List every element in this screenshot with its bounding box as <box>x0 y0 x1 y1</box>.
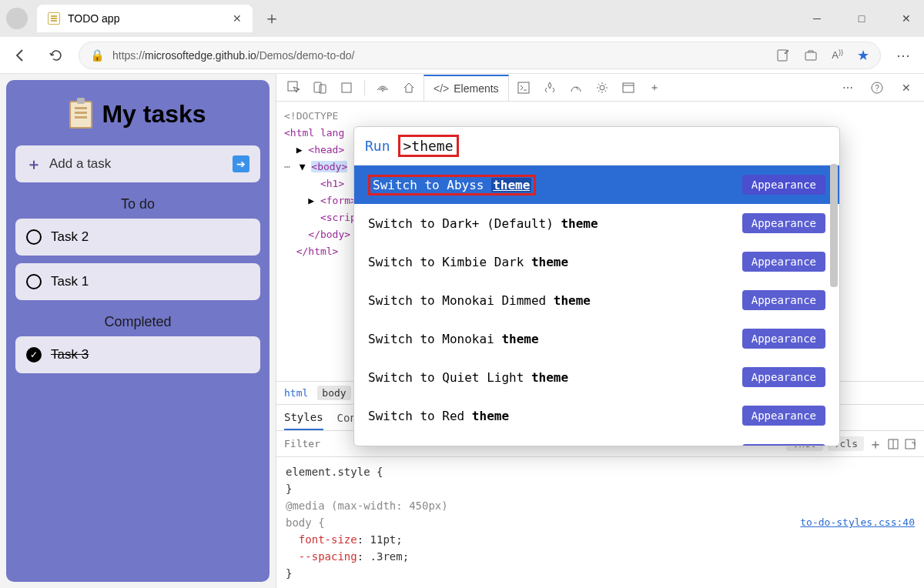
svg-point-8 <box>600 85 604 90</box>
appearance-badge: Appearance <box>742 213 825 233</box>
performance-tab-icon[interactable] <box>564 77 588 99</box>
submit-arrow-icon[interactable]: ➔ <box>233 155 249 172</box>
palette-item[interactable]: Switch to Monokai themeAppearance <box>354 319 839 358</box>
task-checkbox[interactable] <box>26 229 42 245</box>
appearance-badge: Appearance <box>742 175 825 195</box>
home-icon[interactable] <box>397 77 420 99</box>
new-style-rule-icon[interactable]: ＋ <box>869 435 882 453</box>
back-button[interactable] <box>8 42 34 68</box>
favorite-star-icon[interactable]: ★ <box>857 47 869 64</box>
todo-app-pane: My tasks ＋ Add a task ➔ To do Task 2 Tas… <box>0 74 276 588</box>
browser-titlebar: TODO app ✕ ＋ ─ □ ✕ <box>0 0 924 37</box>
inspect-element-icon[interactable] <box>283 77 306 99</box>
browser-tab[interactable]: TODO app ✕ <box>37 5 253 32</box>
device-emulation-icon[interactable] <box>309 77 332 99</box>
more-tabs-button[interactable]: ＋ <box>643 77 666 99</box>
palette-input[interactable]: >theme <box>403 138 454 154</box>
devtools-more-icon[interactable]: ⋯ <box>836 77 859 99</box>
maximize-button[interactable]: □ <box>850 12 873 25</box>
query-highlight-box: >theme <box>398 135 459 157</box>
close-tab-icon[interactable]: ✕ <box>233 12 242 25</box>
minimize-button[interactable]: ─ <box>805 12 829 25</box>
settings-gear-icon[interactable] <box>591 77 614 99</box>
refresh-button[interactable] <box>43 42 69 68</box>
tab-title: TODO app <box>68 12 119 25</box>
appearance-badge: Appearance <box>742 252 825 272</box>
palette-item[interactable]: Switch to Monokai Dimmed themeAppearance <box>354 281 839 319</box>
styles-pane[interactable]: element.style { } @media (max-width: 450… <box>276 456 924 588</box>
new-tab-button[interactable]: ＋ <box>263 7 280 30</box>
palette-item[interactable]: Switch to Abyss themeAppearance <box>354 165 839 204</box>
application-tab-icon[interactable] <box>617 77 640 99</box>
devtools-panel: </> Elements ＋ ⋯ ? ✕ <!DOCTYPE <html lan… <box>276 74 924 588</box>
code-icon: </> <box>434 82 449 95</box>
toggle-layout-icon[interactable] <box>904 438 916 450</box>
breadcrumb-item[interactable]: body <box>317 386 350 400</box>
more-menu-button[interactable]: ⋯ <box>890 42 916 68</box>
window-controls: ─ □ ✕ <box>805 12 918 25</box>
run-label: Run <box>365 138 390 154</box>
palette-item[interactable]: Switch to Kimbie Dark themeAppearance <box>354 242 839 281</box>
svg-rect-7 <box>518 82 529 93</box>
toggle-sidebar-icon[interactable] <box>887 438 899 450</box>
tab-favicon <box>48 12 60 25</box>
svg-point-6 <box>382 90 383 92</box>
url-text: https://microsoftedge.github.io/Demos/de… <box>112 49 354 62</box>
lock-icon: 🔒 <box>90 48 105 62</box>
appearance-badge: Appearance <box>742 290 825 310</box>
close-devtools-icon[interactable]: ✕ <box>895 77 918 99</box>
styles-tab[interactable]: Styles <box>284 405 323 430</box>
task-checkbox[interactable] <box>26 274 42 289</box>
todo-section-header: To do <box>15 196 260 212</box>
devtools-tab-strip: </> Elements ＋ ⋯ ? ✕ <box>276 74 924 102</box>
edit-page-icon[interactable] <box>776 48 790 62</box>
appearance-badge: Appearance <box>742 406 825 426</box>
palette-item[interactable]: Switch to Dark+ (Default) themeAppearanc… <box>354 204 839 242</box>
palette-item[interactable]: Switch to Solarized Dark themeAppearance <box>354 435 839 446</box>
command-palette: Run >theme Switch to Abyss themeAppearan… <box>353 126 840 446</box>
read-aloud-icon[interactable]: A)) <box>832 48 843 61</box>
palette-results: Switch to Abyss themeAppearanceSwitch to… <box>354 165 839 446</box>
add-task-button[interactable]: ＋ Add a task ➔ <box>15 145 260 182</box>
profile-avatar[interactable] <box>6 8 28 29</box>
breadcrumb-item[interactable]: html <box>284 387 308 399</box>
app-title: My tasks <box>15 100 260 129</box>
plus-icon: ＋ <box>26 154 42 175</box>
task-item-done[interactable]: ✓ Task 3 <box>15 336 260 373</box>
sources-tab-icon[interactable] <box>538 77 561 99</box>
appearance-badge: Appearance <box>742 329 825 349</box>
elements-tab[interactable]: </> Elements <box>424 75 509 102</box>
add-task-label: Add a task <box>49 156 111 172</box>
browser-navbar: 🔒 https://microsoftedge.github.io/Demos/… <box>0 37 924 74</box>
task-checkbox-checked[interactable]: ✓ <box>26 347 42 362</box>
svg-text:?: ? <box>875 84 879 92</box>
svg-rect-9 <box>623 83 634 92</box>
source-link[interactable]: to-do-styles.css:40 <box>800 514 915 531</box>
svg-rect-2 <box>288 82 297 91</box>
palette-item[interactable]: Switch to Quiet Light themeAppearance <box>354 358 839 396</box>
completed-section-header: Completed <box>15 314 260 330</box>
svg-rect-5 <box>342 83 351 92</box>
svg-rect-4 <box>320 85 326 93</box>
console-tab-icon[interactable] <box>512 77 535 99</box>
task-item[interactable]: Task 2 <box>15 219 260 256</box>
task-label: Task 1 <box>51 274 89 289</box>
svg-rect-1 <box>805 52 816 60</box>
close-window-button[interactable]: ✕ <box>895 12 918 25</box>
task-item[interactable]: Task 1 <box>15 263 260 300</box>
task-label: Task 2 <box>51 229 89 245</box>
clipboard-icon <box>69 101 92 129</box>
task-label: Task 3 <box>51 347 89 362</box>
address-bar[interactable]: 🔒 https://microsoftedge.github.io/Demos/… <box>79 42 881 69</box>
svg-rect-13 <box>906 439 915 449</box>
welcome-icon[interactable] <box>335 77 358 99</box>
scrollbar-thumb[interactable] <box>830 164 838 287</box>
svg-rect-3 <box>314 82 321 92</box>
help-icon[interactable]: ? <box>865 77 889 99</box>
appearance-badge: Appearance <box>742 444 825 446</box>
network-conditions-icon[interactable] <box>371 77 394 99</box>
collections-icon[interactable] <box>804 48 818 62</box>
palette-item[interactable]: Switch to Red themeAppearance <box>354 396 839 435</box>
appearance-badge: Appearance <box>742 367 825 387</box>
